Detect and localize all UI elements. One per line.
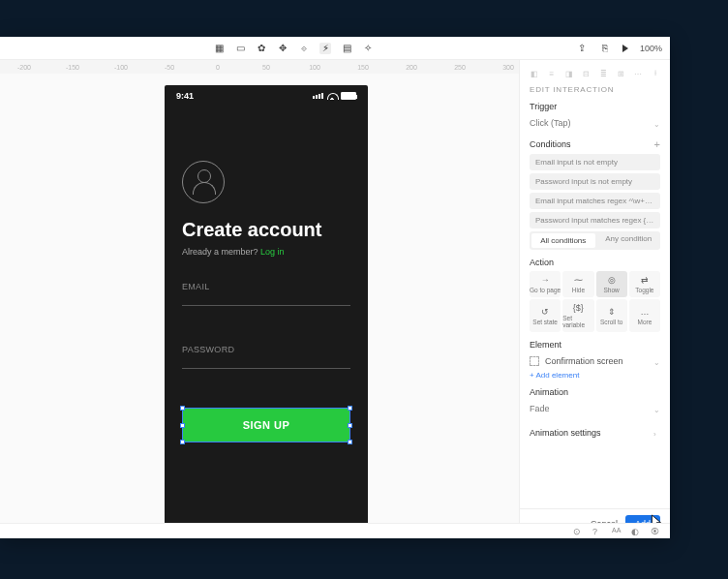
avatar-placeholder-icon	[182, 161, 225, 203]
eye-icon: ◎	[608, 275, 616, 285]
share-icon[interactable]: ⇪	[576, 43, 588, 54]
mini-icon[interactable]: ⋯	[633, 70, 643, 78]
mini-icon[interactable]: ≣	[599, 70, 609, 78]
mini-icon[interactable]: ⊞	[616, 70, 625, 78]
add-element-link[interactable]: + Add element	[530, 371, 660, 380]
status-icon[interactable]: ⊙	[573, 527, 583, 536]
battery-icon	[341, 92, 356, 100]
hide-icon: ⁓	[574, 275, 583, 285]
zoom-level[interactable]: 100%	[640, 44, 662, 53]
screen-title: Create account	[182, 219, 350, 241]
more-icon: …	[640, 307, 649, 317]
password-field[interactable]	[182, 368, 350, 369]
email-field[interactable]	[182, 305, 350, 306]
play-icon[interactable]	[622, 45, 628, 52]
compass-icon[interactable]: ✿	[256, 43, 267, 54]
signal-icon	[313, 93, 323, 99]
arrows-icon[interactable]: ✥	[277, 43, 288, 54]
properties-panel: ◧ ≡ ◨ ⊟ ≣ ⊞ ⋯ ⫲ EDIT INTERACTION Trigger…	[519, 60, 670, 538]
selection-handle[interactable]	[180, 423, 185, 428]
action-set-state[interactable]: ↺Set state	[530, 299, 561, 332]
action-show[interactable]: ◎Show	[596, 271, 627, 297]
mini-icon[interactable]: ◧	[530, 70, 539, 78]
element-picker[interactable]: Confirmation screen ⌄	[530, 353, 660, 369]
status-icon[interactable]: ⦿	[651, 527, 660, 536]
condition-item[interactable]: Password input is not empty	[530, 173, 660, 190]
condition-item[interactable]: Password input matches regex {8,}	[530, 212, 660, 229]
horizontal-ruler: -200 -150 -100 -50 0 50 100 150 200 250 …	[0, 60, 519, 74]
design-canvas[interactable]: -200 -150 -100 -50 0 50 100 150 200 250 …	[0, 60, 519, 538]
state-icon: ↺	[541, 307, 549, 317]
wifi-icon	[327, 93, 337, 100]
toggle-icon: ⇄	[641, 275, 649, 285]
chevron-down-icon: ⌄	[653, 358, 660, 365]
action-toggle[interactable]: ⇄Toggle	[629, 271, 660, 297]
chevron-down-icon: ⌄	[653, 406, 660, 412]
mini-icon[interactable]: ⊟	[582, 70, 592, 78]
conditions-section-title: Conditions	[530, 139, 571, 149]
action-hide[interactable]: ⁓Hide	[562, 271, 593, 297]
chevron-down-icon: ⌄	[653, 120, 660, 127]
code-icon[interactable]: ⟐	[298, 43, 310, 54]
selection-handle[interactable]	[348, 406, 352, 411]
segment-all[interactable]: All conditions	[531, 233, 595, 248]
status-icon[interactable]: ◐	[631, 527, 641, 536]
status-icon[interactable]: ?	[592, 527, 602, 536]
conditions-mode-segment[interactable]: All conditions Any condition	[530, 231, 660, 250]
bottom-statusbar: ⊙ ? AA ◐ ⦿	[0, 523, 670, 538]
settings-icon[interactable]: ⎘	[599, 43, 611, 54]
top-toolbar: ▦ ▭ ✿ ✥ ⟐ ⚡︎ ▤ ✧ ⇪ ⎘ 100%	[0, 37, 670, 60]
login-link[interactable]: Log in	[260, 247, 285, 257]
selection-handle[interactable]	[180, 440, 185, 444]
signup-button[interactable]: SIGN UP	[182, 408, 350, 442]
trigger-dropdown[interactable]: Click (Tap) ⌄	[530, 115, 660, 131]
variable-icon: {$}	[573, 303, 584, 313]
panel-header: EDIT INTERACTION	[530, 85, 660, 94]
screen-subtitle: Already a member? Log in	[182, 247, 350, 257]
phone-artboard[interactable]: 9:41 Create account Already a member? Lo…	[165, 85, 368, 525]
trigger-section-title: Trigger	[530, 102, 660, 111]
segment-any[interactable]: Any condition	[597, 231, 661, 250]
grid-icon[interactable]: ▤	[341, 43, 352, 54]
status-icon[interactable]: AA	[612, 527, 622, 536]
selection-handle[interactable]	[180, 406, 185, 411]
lightning-icon[interactable]: ⚡︎	[319, 43, 331, 54]
add-condition-button[interactable]: +	[654, 138, 660, 150]
mini-icon[interactable]: ◨	[564, 70, 574, 78]
animation-dropdown[interactable]: Fade ⌄	[530, 401, 660, 416]
element-thumb-icon	[530, 356, 539, 366]
action-more[interactable]: …More	[629, 299, 660, 332]
statusbar-time: 9:41	[176, 91, 194, 101]
email-field-label: EMAIL	[182, 282, 350, 291]
action-goto-page[interactable]: →Go to page	[530, 271, 561, 297]
action-section-title: Action	[530, 258, 660, 267]
panel-mini-toolbar: ◧ ≡ ◨ ⊟ ≣ ⊞ ⋯ ⫲	[530, 68, 660, 79]
action-set-variable[interactable]: {$}Set variable	[562, 299, 593, 332]
condition-item[interactable]: Email input is not empty	[530, 154, 660, 170]
password-field-label: PASSWORD	[182, 345, 350, 354]
selection-handle[interactable]	[348, 440, 352, 444]
element-section-title: Element	[530, 340, 660, 350]
anim-settings-title: Animation settings	[530, 428, 601, 438]
mini-icon[interactable]: ≡	[547, 70, 557, 78]
scroll-icon: ⇕	[608, 307, 616, 317]
action-grid: →Go to page ⁓Hide ◎Show ⇄Toggle ↺Set sta…	[530, 271, 660, 332]
folder-icon[interactable]: ▦	[213, 43, 225, 54]
selection-handle[interactable]	[348, 423, 352, 428]
condition-item[interactable]: Email input matches regex ^\w+([-+.']\w+…	[530, 193, 660, 209]
chevron-right-icon[interactable]: ›	[653, 430, 660, 437]
connect-icon[interactable]: ✧	[362, 43, 374, 54]
image-icon[interactable]: ▭	[234, 43, 246, 54]
mini-icon[interactable]: ⫲	[651, 69, 660, 78]
phone-statusbar: 9:41	[165, 85, 368, 107]
arrow-right-icon: →	[541, 275, 550, 285]
animation-section-title: Animation	[530, 387, 660, 397]
action-scroll-to[interactable]: ⇕Scroll to	[596, 299, 627, 332]
